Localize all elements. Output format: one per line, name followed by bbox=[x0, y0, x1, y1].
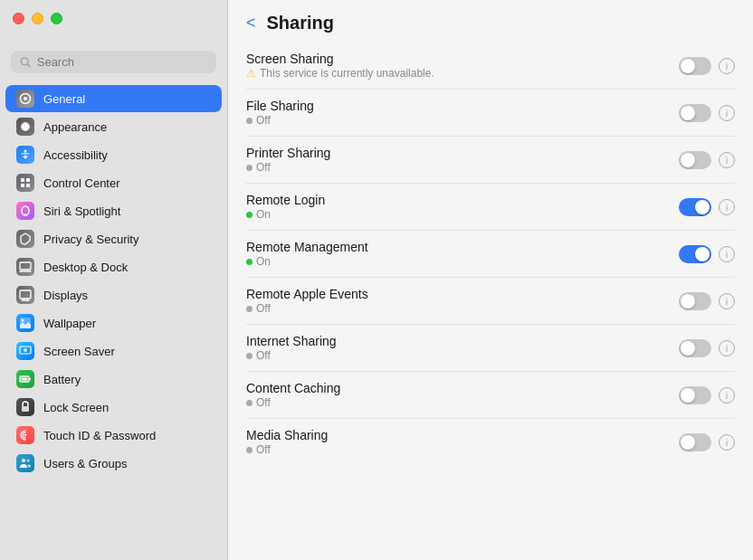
sidebar-items: General Appearance Accessibility bbox=[0, 81, 227, 560]
status-text: Off bbox=[256, 349, 271, 362]
toggle-switch[interactable] bbox=[679, 104, 711, 122]
toggle-switch[interactable] bbox=[679, 198, 711, 216]
info-button[interactable]: i bbox=[719, 293, 735, 309]
info-button[interactable]: i bbox=[719, 199, 735, 215]
sidebar-item-privacy[interactable]: Privacy & Security bbox=[5, 225, 222, 252]
status-text: Off bbox=[256, 396, 271, 409]
sidebar-label-touchid: Touch ID & Password bbox=[43, 429, 156, 442]
sidebar: General Appearance Accessibility bbox=[0, 0, 228, 560]
toggle-switch[interactable] bbox=[679, 292, 711, 310]
status-dot bbox=[246, 118, 253, 124]
privacy-icon bbox=[16, 230, 34, 248]
sidebar-label-accessibility: Accessibility bbox=[43, 148, 108, 162]
sidebar-item-desktop-dock[interactable]: Desktop & Dock bbox=[5, 253, 222, 280]
info-button[interactable]: i bbox=[719, 434, 735, 451]
sidebar-item-appearance[interactable]: Appearance bbox=[5, 113, 222, 140]
svg-rect-24 bbox=[29, 378, 31, 380]
setting-row: Internet Sharing Off i bbox=[246, 325, 735, 372]
status-dot bbox=[246, 259, 253, 265]
toggle-knob bbox=[681, 435, 695, 450]
info-button[interactable]: i bbox=[719, 246, 735, 262]
svg-rect-13 bbox=[20, 262, 31, 270]
sidebar-item-touchid[interactable]: Touch ID & Password bbox=[5, 422, 222, 449]
svg-point-5 bbox=[24, 150, 27, 153]
toggle-area: i bbox=[679, 198, 735, 216]
sidebar-label-general: General bbox=[43, 92, 85, 106]
sidebar-item-control-center[interactable]: Control Center bbox=[5, 169, 222, 196]
sidebar-item-siri-spotlight[interactable]: Siri & Spotlight bbox=[5, 197, 222, 224]
status-dot bbox=[246, 165, 253, 171]
sidebar-label-battery: Battery bbox=[43, 373, 81, 386]
sidebar-label-control-center: Control Center bbox=[43, 176, 120, 190]
status-text: Off bbox=[256, 443, 271, 456]
setting-name: Media Sharing bbox=[246, 428, 679, 442]
toggle-switch[interactable] bbox=[679, 433, 711, 451]
search-bar[interactable] bbox=[11, 51, 216, 73]
minimize-button[interactable] bbox=[32, 13, 43, 24]
info-button[interactable]: i bbox=[719, 152, 735, 168]
toggle-area: i bbox=[679, 433, 735, 451]
wallpaper-icon bbox=[16, 314, 34, 332]
setting-name: Content Caching bbox=[246, 381, 679, 395]
sidebar-label-privacy: Privacy & Security bbox=[43, 233, 138, 246]
search-input[interactable] bbox=[37, 55, 207, 69]
setting-name: Printer Sharing bbox=[246, 146, 679, 160]
sidebar-item-lock-screen[interactable]: Lock Screen bbox=[5, 394, 222, 421]
setting-status: Off bbox=[246, 443, 679, 456]
toggle-area: i bbox=[679, 292, 735, 310]
toggle-switch[interactable] bbox=[679, 339, 711, 357]
toggle-switch[interactable] bbox=[679, 57, 711, 75]
sidebar-label-users-groups: Users & Groups bbox=[43, 457, 127, 470]
status-dot bbox=[246, 306, 253, 312]
settings-list: Screen Sharing ⚠ This service is current… bbox=[228, 43, 753, 465]
sidebar-item-users-groups[interactable]: Users & Groups bbox=[5, 450, 222, 477]
toggle-switch[interactable] bbox=[679, 245, 711, 263]
setting-info: Media Sharing Off bbox=[246, 428, 679, 456]
status-text: Off bbox=[256, 302, 271, 315]
info-button[interactable]: i bbox=[719, 58, 735, 74]
warning-icon: ⚠ bbox=[246, 67, 256, 80]
screensaver-icon bbox=[16, 342, 34, 360]
status-text: Off bbox=[256, 161, 271, 174]
status-text: On bbox=[256, 255, 271, 268]
svg-point-3 bbox=[24, 97, 27, 100]
sidebar-item-wallpaper[interactable]: Wallpaper bbox=[5, 309, 222, 337]
setting-name: File Sharing bbox=[246, 99, 679, 113]
toggle-switch[interactable] bbox=[679, 386, 711, 404]
setting-row: Remote Apple Events Off i bbox=[246, 278, 735, 325]
sidebar-item-battery[interactable]: Battery bbox=[5, 365, 222, 393]
sidebar-label-desktop-dock: Desktop & Dock bbox=[43, 261, 128, 274]
setting-row: Remote Login On i bbox=[246, 184, 735, 231]
maximize-button[interactable] bbox=[51, 13, 62, 24]
svg-rect-25 bbox=[22, 378, 28, 381]
info-button[interactable]: i bbox=[719, 387, 735, 403]
status-dot bbox=[246, 400, 253, 406]
setting-info: Screen Sharing ⚠ This service is current… bbox=[246, 52, 679, 80]
control-center-icon bbox=[16, 174, 34, 192]
status-dot bbox=[246, 447, 253, 453]
toggle-switch[interactable] bbox=[679, 151, 711, 169]
status-dot bbox=[246, 353, 253, 359]
sidebar-item-screen-saver[interactable]: Screen Saver bbox=[5, 337, 222, 365]
toggle-knob bbox=[681, 153, 695, 167]
sidebar-item-accessibility[interactable]: Accessibility bbox=[5, 141, 222, 168]
info-button[interactable]: i bbox=[719, 105, 735, 121]
setting-info: Content Caching Off bbox=[246, 381, 679, 409]
setting-info: File Sharing Off bbox=[246, 99, 679, 127]
sidebar-label-appearance: Appearance bbox=[43, 120, 107, 134]
svg-rect-7 bbox=[26, 178, 30, 182]
back-button[interactable]: < bbox=[243, 14, 260, 33]
info-button[interactable]: i bbox=[719, 340, 735, 356]
lock-screen-icon bbox=[16, 398, 34, 416]
svg-rect-26 bbox=[22, 406, 29, 412]
close-button[interactable] bbox=[13, 13, 24, 24]
sidebar-item-displays[interactable]: Displays bbox=[5, 281, 222, 308]
sidebar-item-general[interactable]: General bbox=[5, 85, 222, 112]
setting-status: On bbox=[246, 208, 679, 221]
svg-point-20 bbox=[22, 319, 24, 322]
toggle-area: i bbox=[679, 245, 735, 263]
setting-info: Internet Sharing Off bbox=[246, 334, 679, 362]
status-dot bbox=[246, 212, 253, 218]
battery-icon bbox=[16, 370, 34, 388]
setting-status: Off bbox=[246, 114, 679, 127]
